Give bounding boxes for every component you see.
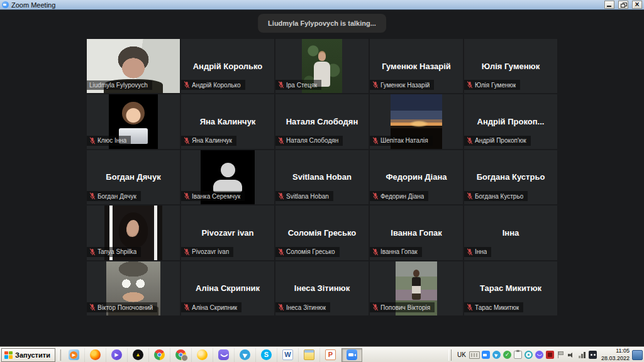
- muted-mic-icon: [89, 304, 96, 311]
- participant-name-label: Tanya Shpilka: [97, 248, 136, 255]
- language-indicator[interactable]: UK: [454, 350, 469, 359]
- participant-name-label: Андрій Прокоп'юк: [475, 137, 526, 144]
- participant-name-chip: Соломія Гресько: [275, 247, 340, 257]
- show-desktop-button[interactable]: [632, 350, 643, 360]
- participant-tile[interactable]: Іванна Гопак Іванна Гопак: [370, 206, 463, 260]
- windows-media-player-icon: [69, 349, 79, 360]
- meeting-area: Liudmyla Fylypovych is talking... Liudmy…: [0, 10, 644, 347]
- ms-powerpoint-icon: [325, 349, 336, 360]
- muted-mic-icon: [89, 248, 96, 256]
- firefox-icon: [90, 349, 101, 360]
- participant-tile[interactable]: Pivozavr ivan Pivozavr ivan: [181, 206, 274, 260]
- aimp-icon: [133, 349, 143, 360]
- taskbar-app-zoom[interactable]: [341, 348, 362, 362]
- participant-name-label: Іра Стецяк: [286, 82, 317, 89]
- red-utility-tray-icon[interactable]: [546, 351, 554, 359]
- taskbar-app-windows-media-player[interactable]: [64, 348, 85, 362]
- taskbar-app-viber[interactable]: [213, 348, 235, 362]
- muted-mic-icon: [467, 192, 473, 200]
- speaking-toast: Liudmyla Fylypovych is talking...: [258, 14, 386, 33]
- participant-tile[interactable]: Інеса Зітинюк Інеса Зітинюк: [275, 261, 369, 315]
- volume-tray-icon[interactable]: [567, 351, 575, 359]
- participant-tile[interactable]: Tanya Shpilka: [87, 206, 180, 260]
- participant-name-label: Богдана Кустрьо: [475, 193, 523, 200]
- participant-tile[interactable]: Liudmyla Fylypovych: [87, 39, 180, 93]
- participant-name-chip: Віктор Поночовний: [87, 302, 157, 312]
- muted-mic-icon: [278, 304, 284, 311]
- window-title: Zoom Meeting: [11, 1, 601, 9]
- participant-tile[interactable]: Наталя Слободян Наталя Слободян: [275, 94, 369, 148]
- participant-name-label: Андрій Королько: [192, 82, 241, 89]
- participant-tile[interactable]: Богдана Кустрьо Богдана Кустрьо: [464, 150, 557, 204]
- taskbar-app-google-chrome[interactable]: [149, 348, 170, 362]
- participant-tile[interactable]: Федорин Діана Федорин Діана: [370, 150, 463, 204]
- taskbar-app-aimp[interactable]: [128, 348, 149, 362]
- participant-tile[interactable]: Андрій Прокоп... Андрій Прокоп'юк: [464, 94, 557, 148]
- participant-tile[interactable]: Попович Вікторія: [370, 261, 463, 315]
- participant-tile[interactable]: Аліна Скрипник Аліна Скрипник: [181, 261, 274, 315]
- participant-tile[interactable]: Тарас Микитюк Тарас Микитюк: [464, 261, 557, 315]
- participant-name-chip: Наталя Слободян: [275, 136, 343, 146]
- participant-tile[interactable]: Шепітак Наталія: [370, 94, 463, 148]
- taskbar-clock[interactable]: 11:05 28.03.2022: [601, 348, 630, 362]
- muted-mic-icon: [278, 192, 284, 200]
- clipboard-tray-icon[interactable]: [514, 351, 522, 359]
- eset-tray-icon[interactable]: [525, 351, 533, 359]
- clock-time: 11:05: [601, 348, 630, 354]
- antivirus-check-tray-icon[interactable]: [503, 351, 511, 359]
- taskbar-grip: [58, 349, 61, 361]
- participant-tile[interactable]: Яна Калинчук Яна Калинчук: [181, 94, 274, 148]
- participant-tile[interactable]: Svitlana Hoban Svitlana Hoban: [275, 150, 369, 204]
- taskbar-app-skype[interactable]: [256, 348, 277, 362]
- participant-tile[interactable]: Віктор Поночовний: [87, 261, 180, 315]
- minimize-button[interactable]: [604, 1, 614, 9]
- telegram-tray-icon[interactable]: [492, 351, 501, 359]
- participant-name-chip: Федорин Діана: [370, 191, 428, 201]
- taskbar-app-ms-word[interactable]: [277, 348, 299, 362]
- google-chrome-profile-icon: [175, 349, 186, 360]
- participant-name-chip: Шепітак Наталія: [370, 136, 433, 146]
- participant-tile[interactable]: Іванка Серемчук: [181, 150, 274, 204]
- participant-name-label: Шепітак Наталія: [380, 137, 428, 144]
- taskbar-app-chrome-canary[interactable]: [192, 348, 213, 362]
- taskbar-app-telegram[interactable]: [235, 348, 256, 362]
- participant-name-chip: Іванна Гопак: [370, 247, 422, 257]
- taskbar-app-google-chrome-profile[interactable]: [170, 348, 192, 362]
- messenger-tray-icon[interactable]: [589, 351, 597, 359]
- restore-button[interactable]: [618, 1, 628, 9]
- participant-name-chip: Іванка Серемчук: [181, 191, 245, 201]
- participant-tile[interactable]: Гуменюк Назарій Гуменюк Назарій: [370, 39, 463, 93]
- participant-grid: Liudmyla Fylypovych Андрій Королько Андр…: [87, 39, 557, 315]
- taskbar-apps: [64, 348, 362, 362]
- participant-tile[interactable]: Іра Стецяк: [275, 39, 369, 93]
- participant-name-chip: Клюс Інна: [87, 136, 131, 146]
- participant-name-chip: Яна Калинчук: [181, 136, 236, 146]
- taskbar-app-firefox[interactable]: [85, 348, 106, 362]
- zoom-tray-icon[interactable]: [482, 351, 490, 359]
- participant-name-chip: Богдана Кустрьо: [464, 191, 528, 201]
- participant-name-label: Svitlana Hoban: [286, 193, 329, 200]
- muted-mic-icon: [89, 137, 96, 145]
- participant-name-chip: Попович Вікторія: [370, 302, 435, 312]
- start-button[interactable]: Запустити: [1, 348, 55, 362]
- participant-tile[interactable]: Соломія Гресько Соломія Гресько: [275, 206, 369, 260]
- participant-name-chip: Аліна Скрипник: [181, 302, 242, 312]
- taskbar-app-ms-powerpoint[interactable]: [320, 348, 341, 362]
- participant-tile[interactable]: Юлія Гуменюк Юлія Гуменюк: [464, 39, 557, 93]
- participant-tile[interactable]: Клюс Інна: [87, 94, 180, 148]
- participant-name-chip: Юлія Гуменюк: [464, 80, 520, 90]
- participant-name-chip: Тарас Микитюк: [464, 302, 523, 312]
- close-button[interactable]: [632, 1, 642, 9]
- taskbar-app-file-manager[interactable]: [299, 348, 320, 362]
- muted-mic-icon: [372, 304, 379, 311]
- flag-tray-icon[interactable]: [557, 351, 565, 359]
- participant-tile[interactable]: Андрій Королько Андрій Королько: [181, 39, 274, 93]
- participant-tile[interactable]: Богдан Дячук Богдан Дячук: [87, 150, 180, 204]
- keyboard-layout-icon[interactable]: [469, 351, 480, 359]
- participant-name-label: Гуменюк Назарій: [380, 82, 430, 89]
- viber-tray-icon[interactable]: [535, 351, 543, 359]
- taskbar-app-kmplayer[interactable]: [106, 348, 128, 362]
- participant-name-label: Попович Вікторія: [380, 304, 430, 311]
- network-signal-tray-icon[interactable]: [578, 351, 586, 359]
- participant-tile[interactable]: Інна Інна: [464, 206, 557, 260]
